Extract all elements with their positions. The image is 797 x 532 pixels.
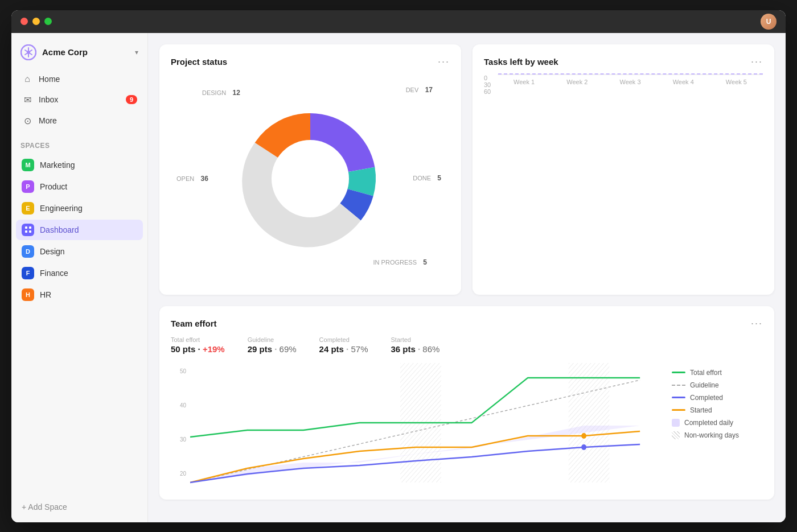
- hr-avatar: H: [22, 288, 34, 301]
- sidebar-inbox-label: Inbox: [39, 95, 58, 104]
- sidebar-item-design[interactable]: D Design: [16, 241, 143, 262]
- legend-line-completed: [672, 397, 685, 398]
- bars-grid: [498, 75, 763, 75]
- sidebar-item-dashboard[interactable]: Dashboard: [16, 220, 143, 240]
- company-name: Acme Corp: [42, 47, 88, 57]
- sidebar-item-product[interactable]: P Product: [16, 176, 143, 197]
- y-label-60: 60: [484, 88, 493, 95]
- svg-rect-2: [25, 226, 27, 229]
- svg-rect-5: [29, 230, 31, 233]
- x-label-week1: Week 1: [498, 79, 550, 85]
- inbox-icon: ✉: [22, 94, 33, 105]
- guideline: [498, 73, 763, 75]
- effort-guideline-pts: 29 pts: [248, 344, 272, 354]
- home-icon: ⌂: [22, 74, 33, 84]
- in-progress-label: IN PROGRESS 5: [373, 258, 427, 266]
- effort-svg: 50 40 30 20: [171, 363, 660, 488]
- more-icon: ⊙: [22, 116, 33, 126]
- effort-guideline: Guideline 29 pts · 69%: [248, 336, 297, 354]
- sidebar-nav: ⌂ Home ✉ Inbox 9 ⊙ More: [11, 69, 147, 131]
- effort-completed-pts: 24 pts: [319, 344, 344, 354]
- team-effort-title: Team effort: [171, 319, 217, 328]
- effort-stats: Total effort 50 pts · +19% Guideline 29 …: [171, 336, 763, 354]
- effort-legend: Total effort Guideline Completed St: [672, 363, 763, 488]
- minimize-button[interactable]: [32, 18, 40, 25]
- hr-label: HR: [40, 290, 51, 299]
- x-label-week5: Week 5: [710, 79, 763, 85]
- svg-text:50: 50: [180, 368, 186, 374]
- engineering-label: Engineering: [40, 204, 83, 213]
- svg-text:40: 40: [180, 402, 186, 409]
- legend-label-guideline: Guideline: [690, 381, 719, 389]
- tasks-week-more[interactable]: ···: [751, 56, 763, 68]
- team-effort-header: Team effort ···: [171, 317, 763, 329]
- tasks-week-card: Tasks left by week ··· 60 30 0: [473, 44, 774, 295]
- app-body: Acme Corp ▾ ⌂ Home ✉ Inbox 9 ⊙ More: [11, 33, 786, 522]
- spaces-list: M Marketing P Product E Engineering: [11, 155, 147, 305]
- effort-chart-area: 50 40 30 20: [171, 363, 660, 488]
- effort-guideline-pct: 69%: [280, 344, 297, 354]
- bar-chart: 60 30 0: [484, 75, 763, 283]
- inbox-badge: 9: [126, 95, 137, 104]
- bar-y-axis: 60 30 0: [484, 75, 763, 283]
- svg-text:30: 30: [180, 436, 186, 443]
- sidebar-item-engineering[interactable]: E Engineering: [16, 198, 143, 218]
- team-effort-card: Team effort ··· Total effort 50 pts · +1…: [159, 306, 774, 500]
- sidebar-item-marketing[interactable]: M Marketing: [16, 155, 143, 175]
- product-avatar: P: [22, 180, 34, 193]
- bars-area: Week 1 Week 2 Week 3 Week 4 Week 5: [498, 75, 763, 85]
- x-label-week3: Week 3: [603, 79, 656, 85]
- effort-completed-pct: 57%: [351, 344, 368, 354]
- effort-completed-value: 24 pts · 57%: [319, 344, 368, 354]
- finance-label: Finance: [40, 269, 68, 278]
- svg-rect-4: [25, 230, 27, 233]
- sidebar-item-hr[interactable]: H HR: [16, 284, 143, 305]
- design-avatar: D: [22, 245, 34, 258]
- x-labels: Week 1 Week 2 Week 3 Week 4 Week 5: [498, 79, 763, 85]
- svg-point-18: [581, 444, 586, 450]
- marketing-label: Marketing: [40, 160, 75, 170]
- pie-chart: [231, 99, 390, 258]
- sidebar-item-inbox[interactable]: ✉ Inbox 9: [16, 90, 143, 110]
- svg-point-6: [272, 140, 349, 217]
- engineering-avatar: E: [22, 202, 34, 215]
- legend-label-started: Started: [690, 406, 712, 414]
- sidebar-item-more[interactable]: ⊙ More: [16, 111, 143, 131]
- project-status-title: Project status: [171, 57, 227, 67]
- avatar[interactable]: U: [761, 14, 777, 30]
- legend-total-effort: Total effort: [672, 369, 763, 377]
- add-space-button[interactable]: + Add Space: [16, 498, 143, 515]
- legend-line-total: [672, 372, 685, 373]
- legend-label-completed: Completed: [690, 394, 723, 402]
- legend-non-working: Non-working days: [672, 431, 763, 439]
- close-button[interactable]: [20, 18, 28, 25]
- sidebar: Acme Corp ▾ ⌂ Home ✉ Inbox 9 ⊙ More: [11, 33, 148, 522]
- sidebar-item-finance[interactable]: F Finance: [16, 263, 143, 283]
- company-header[interactable]: Acme Corp ▾: [11, 40, 147, 69]
- open-label: OPEN 36: [176, 175, 208, 183]
- svg-point-1: [27, 51, 30, 54]
- legend-completed: Completed: [672, 394, 763, 402]
- pie-chart-container: DEV 17 DONE 5 IN PROGRESS 5 OPEN 36 DESI: [171, 75, 450, 283]
- effort-guideline-label: Guideline: [248, 336, 297, 343]
- finance-avatar: F: [22, 267, 34, 279]
- y-label-30: 30: [484, 81, 493, 88]
- x-label-week2: Week 2: [550, 79, 603, 85]
- dashboard-label: Dashboard: [40, 225, 79, 234]
- legend-completed-daily: Completed daily: [672, 419, 763, 427]
- main-content: Project status ···: [148, 33, 786, 522]
- effort-total-value: 50 pts · +19%: [171, 344, 225, 354]
- legend-dash-guideline: [672, 385, 685, 386]
- y-label-0: 0: [484, 75, 493, 81]
- effort-total: Total effort 50 pts · +19%: [171, 336, 225, 354]
- effort-total-pts: 50 pts: [171, 344, 195, 354]
- sidebar-item-home[interactable]: ⌂ Home: [16, 69, 143, 89]
- y-labels: 60 30 0: [484, 75, 498, 109]
- project-status-more[interactable]: ···: [438, 56, 450, 68]
- effort-started: Started 36 pts · 86%: [391, 336, 439, 354]
- effort-completed-label: Completed: [319, 336, 368, 343]
- legend-started: Started: [672, 406, 763, 414]
- team-effort-more[interactable]: ···: [751, 317, 763, 329]
- fullscreen-button[interactable]: [44, 18, 52, 25]
- design-label: DESIGN 12: [202, 89, 240, 97]
